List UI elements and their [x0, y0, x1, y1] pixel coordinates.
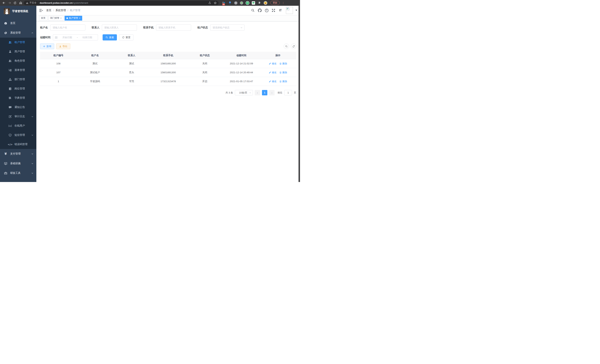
page-size-select[interactable]: 10条/页 — [235, 90, 253, 95]
next-page-button[interactable]: › — [269, 90, 275, 95]
help-icon[interactable]: ? — [264, 8, 269, 13]
badge-icon — [9, 87, 12, 90]
app-logo-row[interactable]: 芋道管理系统 — [0, 6, 36, 17]
goto-page-input[interactable] — [284, 90, 292, 95]
sidebar-item-label: 首页 — [10, 21, 15, 25]
avatar-caret-icon[interactable] — [295, 10, 297, 11]
col-header: 租户状态 — [187, 54, 223, 57]
toggle-search-button[interactable] — [284, 44, 289, 49]
browser-home-button[interactable] — [18, 0, 23, 5]
pagination: 共 3 条 10条/页 ‹ 1 › 前往 页 — [40, 90, 296, 95]
extensions-row: 10 ⌘ Y — [222, 1, 267, 5]
extension-chat-icon[interactable] — [252, 1, 255, 5]
delete-link[interactable]: 删除 — [279, 71, 287, 74]
browser-reload-button[interactable] — [13, 0, 18, 5]
user-avatar[interactable] — [286, 7, 293, 14]
edit-link[interactable]: 修改 — [269, 80, 277, 83]
breadcrumb-home[interactable]: 首页 — [46, 9, 51, 12]
sidebar-item-system[interactable]: 系统管理 — [0, 28, 36, 38]
browser-menu-icon[interactable]: ⋮ — [282, 1, 284, 4]
sidebar-item-online-user[interactable]: 在线用户 — [0, 121, 36, 131]
sidebar-item-post[interactable]: 岗位管理 — [0, 84, 36, 93]
current-page-button[interactable]: 1 — [262, 90, 267, 95]
sidebar-item-tenant[interactable]: 租户管理 — [0, 38, 36, 47]
back-arrow-icon — [2, 1, 6, 4]
sidebar-item-errcode[interactable]: </> 错误码管理 — [0, 140, 36, 149]
sidebar-item-sms[interactable]: 短信管理 — [0, 131, 36, 140]
filter-status: 租户状态 请选择租户状态 — [197, 25, 244, 31]
extension-emoji-icon[interactable] — [264, 1, 267, 5]
chevron-down-icon — [31, 162, 33, 165]
address-bar[interactable]: 不安全 dashboard.yudao.iocoder.cn/system/te… — [24, 1, 219, 5]
users-icon — [9, 41, 12, 44]
reset-button[interactable]: 重置 — [119, 34, 133, 40]
sidebar-item-dict[interactable]: 字典管理 — [0, 93, 36, 103]
edit-link[interactable]: 修改 — [269, 71, 277, 74]
sidebar-item-infra[interactable]: 基础设施 — [0, 159, 36, 168]
share-icon[interactable] — [208, 1, 211, 4]
breadcrumb-current: 租户管理 — [70, 9, 80, 12]
cell-contact: 测试 — [113, 62, 150, 65]
sidebar-item-role[interactable]: 角色管理 — [0, 56, 36, 65]
date-range-picker[interactable]: 开始日期 - 结束日期 — [53, 34, 98, 40]
extension-y-icon[interactable]: Y — [246, 1, 249, 5]
browser-forward-button[interactable] — [7, 0, 12, 5]
shield-check-icon — [9, 134, 12, 137]
prev-page-button[interactable]: ‹ — [255, 90, 260, 95]
gear-icon — [4, 31, 7, 35]
delete-link[interactable]: 删除 — [279, 62, 287, 65]
user-icon — [9, 50, 12, 53]
bookmark-star-icon[interactable] — [214, 1, 217, 4]
github-icon[interactable] — [257, 8, 262, 13]
filter-create-time: 创建时间 开始日期 - 结束日期 — [40, 34, 98, 40]
close-icon[interactable]: × — [60, 17, 62, 19]
sidebar-item-user[interactable]: 用户管理 — [0, 47, 36, 56]
tag-dept[interactable]: 部门管理× — [48, 16, 64, 21]
page-unit-label: 页 — [294, 91, 296, 94]
browser-back-button[interactable] — [1, 0, 6, 5]
add-button[interactable]: 新增 — [40, 43, 54, 49]
sidebar-collapse-button[interactable] — [36, 6, 46, 15]
field-label: 租户状态 — [197, 26, 208, 29]
tag-home[interactable]: 首页 — [39, 16, 47, 21]
delete-link[interactable]: 删除 — [279, 80, 287, 83]
fullscreen-icon[interactable] — [271, 8, 276, 13]
chevron-down-icon — [240, 27, 243, 28]
sidebar-item-pay[interactable]: ¥ 支付管理 — [0, 149, 36, 159]
mobile-input[interactable] — [156, 25, 191, 31]
edit-link[interactable]: 修改 — [269, 62, 277, 65]
cell-tenant-id: 107 — [40, 71, 77, 74]
close-icon[interactable]: × — [79, 17, 80, 19]
sidebar-item-label: 支付管理 — [10, 152, 21, 156]
extension-dot-icon[interactable] — [240, 1, 243, 5]
scrollbar-gutter[interactable] — [299, 6, 300, 182]
sidebar-item-devtool[interactable]: 研发工具 — [0, 168, 36, 178]
sidebar-item-menu[interactable]: 菜单管理 — [0, 65, 36, 75]
breadcrumb-system[interactable]: 系统管理 — [56, 9, 66, 12]
extension-kite-icon[interactable] — [228, 1, 232, 5]
chevron-down-icon — [31, 153, 33, 155]
breadcrumb-separator: / — [53, 9, 54, 12]
contact-input[interactable] — [102, 25, 137, 31]
font-size-icon[interactable]: tT — [278, 8, 283, 13]
col-header: 联系人 — [113, 54, 150, 57]
refresh-table-button[interactable] — [291, 44, 296, 49]
extension-grid-icon[interactable]: 10 — [222, 1, 225, 5]
extension-puzzle-icon[interactable] — [258, 1, 261, 5]
sidebar-item-audit-log[interactable]: 审计日志 — [0, 112, 36, 121]
search-icon — [106, 36, 108, 38]
sidebar-item-notice[interactable]: 通知公告 — [0, 103, 36, 112]
search-button[interactable]: 搜索 — [103, 34, 117, 40]
header-search-button[interactable] — [251, 8, 255, 13]
sidebar-item-dept[interactable]: 部门管理 — [0, 75, 36, 84]
export-button[interactable]: 导出 — [56, 43, 70, 49]
tenant-name-input[interactable] — [50, 25, 85, 31]
extension-command-icon[interactable]: ⌘ — [234, 1, 237, 5]
security-indicator[interactable]: 不安全 — [26, 1, 37, 4]
url-text[interactable]: dashboard.yudao.iocoder.cn/system/tenant — [40, 1, 207, 4]
status-select[interactable]: 请选择租户状态 — [210, 25, 244, 31]
update-button[interactable]: 更新 — [270, 1, 280, 5]
sidebar-item-home[interactable]: 首页 — [0, 18, 36, 28]
tag-tenant[interactable]: 租户管理× — [65, 16, 82, 21]
sidebar-item-label: 岗位管理 — [14, 87, 25, 90]
